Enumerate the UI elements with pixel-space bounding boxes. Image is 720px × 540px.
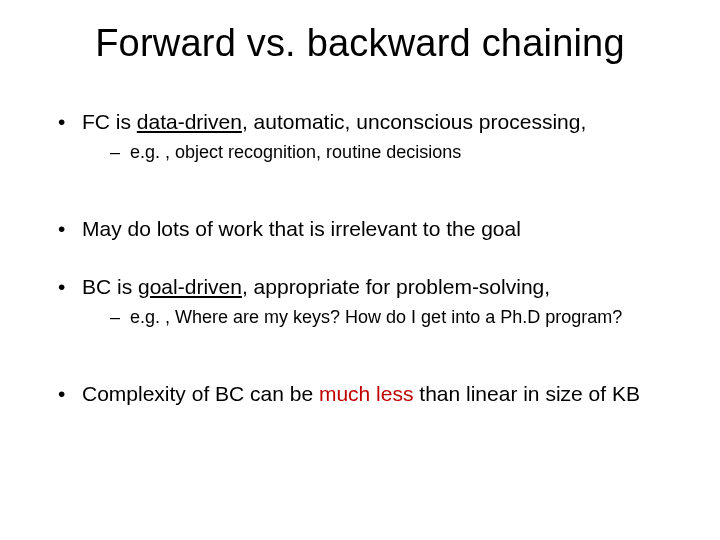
text-underlined: data-driven: [137, 110, 242, 133]
text-fragment: BC is: [82, 275, 138, 298]
bullet-list: May do lots of work that is irrelevant t…: [38, 216, 682, 242]
bullet-list: Complexity of BC can be much less than l…: [38, 381, 682, 407]
text-fragment: , appropriate for problem-solving,: [242, 275, 550, 298]
sub-bullet-list: e.g. , Where are my keys? How do I get i…: [82, 306, 682, 329]
bullet-list: FC is data-driven, automatic, unconsciou…: [38, 109, 682, 164]
text-fragment: than linear in size of KB: [413, 382, 639, 405]
slide-title: Forward vs. backward chaining: [38, 22, 682, 65]
spacer: [38, 250, 682, 274]
text-underlined: goal-driven: [138, 275, 242, 298]
text-fragment: , automatic, unconscious processing,: [242, 110, 586, 133]
bullet-list: BC is goal-driven, appropriate for probl…: [38, 274, 682, 329]
spacer: [38, 172, 682, 216]
text-fragment: Complexity of BC can be: [82, 382, 319, 405]
slide: Forward vs. backward chaining FC is data…: [0, 0, 720, 540]
sub-bullet-bc-example: e.g. , Where are my keys? How do I get i…: [110, 306, 682, 329]
bullet-bc-complexity: Complexity of BC can be much less than l…: [58, 381, 682, 407]
sub-bullet-list: e.g. , object recognition, routine decis…: [82, 141, 682, 164]
text-highlighted: much less: [319, 382, 414, 405]
bullet-bc-goal-driven: BC is goal-driven, appropriate for probl…: [58, 274, 682, 329]
bullet-irrelevant-work: May do lots of work that is irrelevant t…: [58, 216, 682, 242]
bullet-fc-data-driven: FC is data-driven, automatic, unconsciou…: [58, 109, 682, 164]
text-fragment: FC is: [82, 110, 137, 133]
sub-bullet-fc-example: e.g. , object recognition, routine decis…: [110, 141, 682, 164]
spacer: [38, 337, 682, 381]
